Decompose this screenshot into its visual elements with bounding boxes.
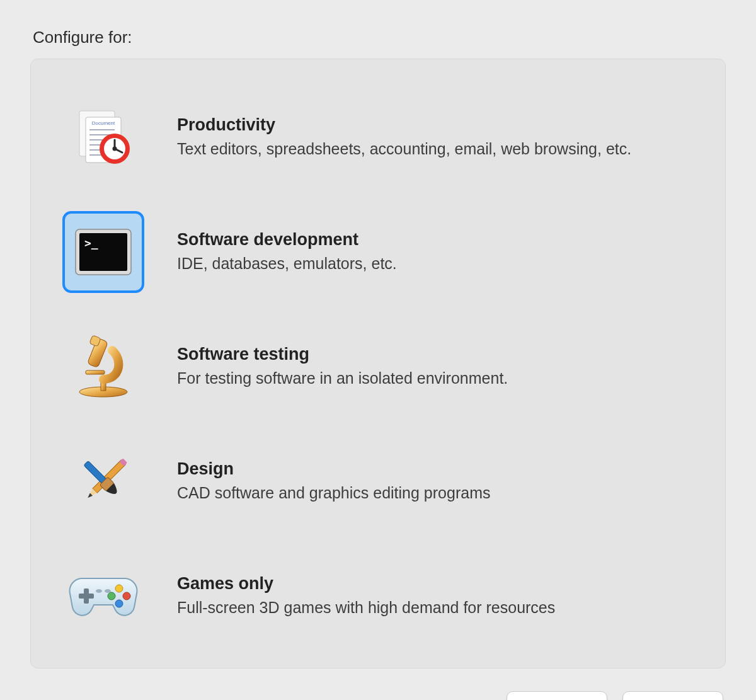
option-productivity[interactable]: Document Productivity Text editors, spre… [56,91,700,184]
option-software-testing[interactable]: Software testing For testing software in… [56,320,700,413]
svg-text:>_: >_ [84,236,98,250]
dialog-buttons: Cancel OK [30,691,726,700]
option-title: Software testing [177,345,700,364]
option-title: Software development [177,230,700,250]
svg-rect-29 [79,594,94,599]
svg-rect-26 [84,461,107,484]
option-title: Design [177,459,700,479]
options-panel: Document Productivity Text editors, spre… [30,59,726,668]
option-games-only[interactable]: Games only Full-screen 3D games with hig… [56,549,700,643]
svg-point-30 [115,585,123,592]
svg-point-34 [96,589,102,593]
option-description: Full-screen 3D games with high demand fo… [177,597,700,618]
svg-point-35 [105,589,111,593]
cancel-button[interactable]: Cancel [507,691,607,700]
option-title: Productivity [177,115,700,135]
svg-rect-21 [86,370,105,374]
svg-point-32 [115,600,123,607]
option-description: IDE, databases, emulators, etc. [177,253,700,274]
terminal-icon: >_ [62,211,144,293]
option-design[interactable]: Design CAD software and graphics editing… [56,435,700,528]
brush-pencil-icon [62,440,144,522]
option-description: CAD software and graphics editing progra… [177,483,700,503]
gamepad-icon [62,555,144,637]
page-title: Configure for: [33,28,726,47]
svg-text:Document: Document [92,120,115,126]
productivity-icon: Document [62,96,144,178]
option-title: Games only [177,574,700,594]
option-description: Text editors, spreadsheets, accounting, … [177,139,700,159]
microscope-icon [62,326,144,408]
svg-point-31 [123,592,130,600]
option-software-development[interactable]: >_ Software development IDE, databases, … [56,205,700,299]
option-description: For testing software in an isolated envi… [177,368,700,389]
svg-point-33 [108,592,115,600]
ok-button[interactable]: OK [622,691,723,700]
